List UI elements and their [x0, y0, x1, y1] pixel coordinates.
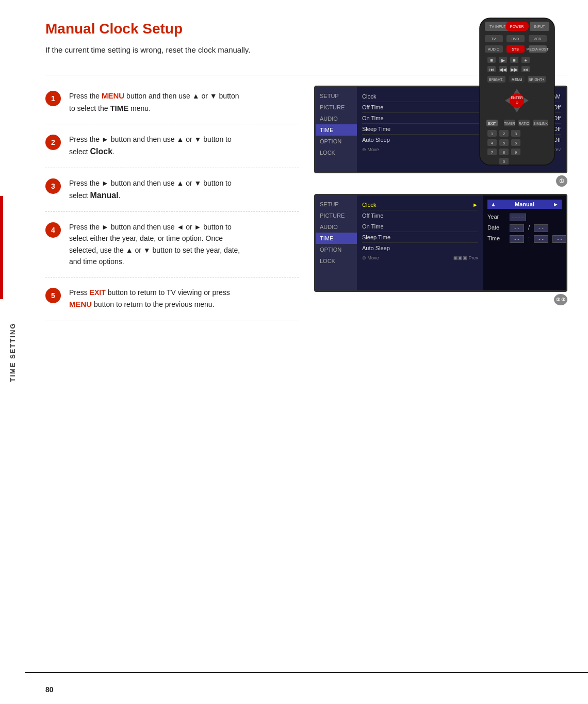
svg-text:7: 7 [491, 150, 494, 155]
tv-panel-time-label: Time [487, 235, 505, 243]
step-2: 2 Press the ► button and then use ▲ or ▼… [45, 124, 299, 168]
svg-text:■: ■ [490, 58, 493, 63]
svg-text:MENU: MENU [512, 78, 522, 81]
bottom-line [25, 672, 588, 673]
steps-column: 1 Press the MENU button and then use ▲ o… [45, 80, 299, 320]
svg-text:1: 1 [491, 132, 494, 136]
step-4: 4 Press the ► button and then use ◄ or ►… [45, 212, 299, 277]
svg-text:TV INPUT: TV INPUT [489, 25, 507, 28]
tv-screen-2: SETUP PICTURE AUDIO TIME OPTION LOCK Clo… [314, 194, 567, 292]
tv-row-autosleep-2: Auto Sleep [362, 243, 478, 253]
tv-panel-date-field1: - - [510, 224, 524, 232]
tv-panel-date-field2: - - [534, 224, 548, 232]
svg-text:3: 3 [515, 132, 517, 136]
tv-panel-date-row: Date - - / - - [487, 223, 562, 234]
tv-row-offtime-label-2: Off Time [362, 212, 383, 219]
tv-panel-date-label: Date [487, 224, 505, 232]
tv-row-clock-label: Clock [362, 93, 377, 100]
svg-text:2: 2 [503, 132, 505, 136]
svg-text:⏭: ⏭ [524, 67, 528, 72]
svg-text:BRIGHT-: BRIGHT- [489, 78, 504, 81]
tv-footer-move: ⊕ Move [362, 147, 379, 152]
svg-text:RATIO: RATIO [519, 122, 530, 125]
step-5: 5 Press EXIT button to return to TV view… [45, 277, 299, 320]
step-2-circle: 2 [45, 135, 61, 150]
svg-text:⏮: ⏮ [489, 67, 494, 72]
screen-2-badges: ② ③ [314, 294, 567, 305]
tv-row-sleep-label-2: Sleep Time [362, 234, 390, 240]
tv-menu-left-2: SETUP PICTURE AUDIO TIME OPTION LOCK [316, 195, 357, 290]
tv-panel-time-sep: : [528, 235, 530, 243]
sidebar-red-bar [0, 196, 3, 299]
step-1: 1 Press the MENU button and then use ▲ o… [45, 80, 299, 124]
svg-text:TV: TV [492, 37, 496, 41]
tv-row-ontime-label-2: On Time [362, 223, 384, 230]
tv-panel-year-label: Year [487, 214, 505, 221]
tv-row-clock-label-2: Clock [362, 202, 377, 208]
tv-menu-audio: AUDIO [316, 113, 357, 124]
svg-text:⊙: ⊙ [516, 101, 518, 104]
tv-menu-setup: SETUP [316, 90, 357, 102]
svg-text:INPUT: INPUT [534, 25, 546, 28]
svg-text:STB: STB [512, 47, 519, 51]
step-3-text: Press the ► button and then use ▲ or ▼ b… [69, 177, 232, 202]
exit-keyword: EXIT [90, 288, 106, 297]
svg-text:9: 9 [515, 150, 517, 155]
manual-keyword: Manual [90, 191, 118, 200]
svg-text:4: 4 [491, 141, 494, 145]
svg-text:POWER: POWER [510, 25, 524, 28]
time-keyword: TIME [110, 104, 128, 112]
tv-panel-year-row: Year - - - - [487, 212, 562, 223]
main-content: TV INPUT POWER INPUT TV DVD VCR AUDIO ST… [25, 0, 588, 704]
tv-menu-picture: PICTURE [316, 102, 357, 113]
step-3-circle: 3 [45, 178, 61, 194]
tv-panel-time-row: Time - - : - - - - [487, 234, 562, 244]
tv-content-right-2: Clock ► Off Time On Time Sleep Time [357, 195, 483, 290]
tv-row-clock-arrow: ► [472, 202, 478, 208]
tv-panel-time-field2: - - [534, 235, 548, 243]
tv-menu-lock: LOCK [316, 147, 357, 158]
svg-text:●: ● [524, 58, 527, 63]
svg-text:TIMER: TIMER [504, 122, 515, 125]
badge-1: ① [556, 175, 567, 187]
tv-panel-year-field: - - - - [510, 214, 526, 221]
svg-text:ENTER: ENTER [511, 96, 523, 100]
tv-row-clock-2: Clock ► [362, 200, 478, 210]
tv-row-autosleep-label-2: Auto Sleep [362, 245, 390, 251]
step-5-text: Press EXIT button to return to TV viewin… [69, 287, 230, 310]
badge-2: ② ③ [554, 294, 567, 305]
step-1-circle: 1 [45, 91, 61, 106]
svg-text:AUDIO: AUDIO [488, 47, 500, 51]
svg-text:BRIGHT+: BRIGHT+ [529, 78, 545, 81]
tv-panel-time-field3: - - [552, 235, 567, 243]
tv-footer-prev-2: ▣▣▣ Prev [453, 255, 478, 260]
menu-keyword-2: MENU [69, 300, 92, 308]
page-number: 80 [45, 685, 54, 694]
step-1-text: Press the MENU button and then use ▲ or … [69, 90, 239, 114]
tv-panel-up-arrow: ▲ [491, 201, 496, 207]
tv-menu-left-1: SETUP PICTURE AUDIO TIME OPTION LOCK [316, 87, 357, 172]
tv-row-offtime-label: Off Time [362, 104, 383, 110]
tv-row-ontime-label: On Time [362, 115, 384, 121]
svg-text:▶: ▶ [501, 58, 505, 63]
tv-menu-option: OPTION [316, 136, 357, 147]
tv-menu-time: TIME [316, 124, 357, 136]
page-num-area: 80 [45, 685, 54, 694]
tv-footer-move-2: ⊕ Move [362, 255, 379, 260]
sidebar-label: TIME SETTING [9, 322, 17, 382]
menu-keyword: MENU [102, 91, 124, 100]
tv-row-offtime-2: Off Time [362, 210, 478, 221]
step-3: 3 Press the ► button and then use ▲ or ▼… [45, 168, 299, 212]
step-4-circle: 4 [45, 222, 61, 238]
remote-control: TV INPUT POWER INPUT TV DVD VCR AUDIO ST… [472, 15, 562, 172]
svg-text:EXIT: EXIT [488, 122, 496, 125]
clock-keyword: Clock [90, 147, 112, 156]
tv-menu-time-2: TIME [316, 233, 357, 244]
sidebar: TIME SETTING [0, 0, 25, 704]
tv-row-sleep-label: Sleep Time [362, 126, 390, 132]
tv-panel-right: ▲ Manual ► Year - - - - Date - - / - [483, 195, 566, 290]
tv-menu-picture-2: PICTURE [316, 210, 357, 221]
tv-panel-manual-label: Manual [515, 201, 534, 207]
tv-panel-time-field1: - - [510, 235, 524, 243]
svg-text:■: ■ [513, 58, 515, 63]
